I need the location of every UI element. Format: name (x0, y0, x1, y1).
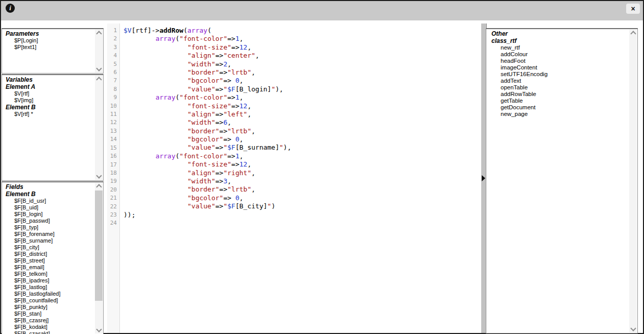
method-item[interactable]: openTable (486, 84, 629, 91)
field-item[interactable]: $F[B_countfailed] (2, 297, 94, 304)
method-item[interactable]: getTable (486, 98, 629, 104)
scroll-up-icon[interactable] (629, 30, 637, 37)
field-item[interactable]: $F[B_login] (2, 211, 94, 218)
code-token-s: "align" (187, 110, 215, 118)
variable-item[interactable]: $V[rtf] * (2, 111, 94, 117)
line-number: 14 (107, 135, 119, 144)
code-token-n: 12 (239, 160, 247, 168)
field-item[interactable]: $F[B_lastlog] (2, 284, 94, 291)
code-area[interactable]: $V[rtf]->addRow(array( array("font-color… (120, 23, 481, 333)
parameter-item[interactable]: $P[Login] (2, 37, 94, 44)
parameter-item[interactable]: $P[text1] (2, 44, 94, 51)
field-item[interactable]: $F[B_czasakt] (2, 330, 94, 334)
scroll-down-icon[interactable] (629, 325, 637, 332)
line-number: 9 (107, 93, 119, 102)
method-item[interactable]: new_rtf (486, 44, 629, 51)
method-item[interactable]: new_page (486, 111, 629, 117)
field-item[interactable]: $F[B_czasrej] (2, 317, 94, 324)
scroll-up-icon[interactable] (95, 76, 103, 83)
fields-list-container: Fields Element B$F[B_id_usr]$F[B_uid]$F[… (2, 182, 94, 334)
code-token-n: 12 (239, 102, 247, 110)
variable-item[interactable]: $V[rtf] (2, 90, 94, 97)
code-token-p: => (215, 177, 224, 185)
method-item[interactable]: headFoot (486, 58, 629, 64)
close-button[interactable]: × (626, 4, 640, 14)
code-token-p: , (251, 169, 255, 177)
code-line: "border"=>"lrtb", (123, 185, 481, 194)
code-token-s: "center" (224, 52, 256, 59)
code-token-k: array (156, 93, 176, 101)
code-line: "align"=>"right", (123, 169, 481, 177)
method-item[interactable]: addText (486, 78, 629, 84)
code-token-p: => (215, 118, 224, 126)
code-token-p: , (228, 60, 232, 68)
code-line: "bgcolor"=> 0, (123, 77, 481, 85)
fields-scrollbar[interactable] (95, 183, 103, 333)
library-scrollbar[interactable] (629, 30, 637, 332)
field-item[interactable]: $F[B_stan] (2, 311, 94, 317)
field-item[interactable]: $F[B_punkty] (2, 304, 94, 311)
method-item[interactable]: getDocument (486, 104, 629, 111)
variable-item[interactable]: $V[img] (2, 97, 94, 104)
method-item[interactable]: addRowTable (486, 91, 629, 98)
method-item[interactable]: setUTF16Encodig (486, 71, 629, 78)
code-token-p: => (228, 152, 236, 160)
parameters-scrollbar[interactable] (95, 30, 103, 73)
group-label: Element A (2, 83, 94, 90)
code-token-v: $F (228, 202, 236, 210)
code-token-p: ( (176, 35, 180, 42)
field-item[interactable]: $F[B_ipadres] (2, 277, 94, 284)
code-line: "width"=>2, (123, 60, 481, 68)
code-token-p: => (219, 127, 228, 135)
code-token-n: 3 (224, 177, 228, 185)
code-token-p: => (228, 93, 236, 101)
code-line (123, 219, 481, 227)
field-item[interactable]: $F[B_kodakt] (2, 324, 94, 330)
field-item[interactable]: $F[B_uid] (2, 204, 94, 211)
collapse-right-icon[interactable] (482, 175, 485, 181)
code-token-p (123, 135, 187, 143)
code-line: "value"=>"$F[B_city]") (123, 202, 481, 210)
field-item[interactable]: $F[B_typ] (2, 224, 94, 231)
code-token-s: "bgcolor" (187, 135, 223, 143)
method-item[interactable]: addColour (486, 51, 629, 58)
field-item[interactable]: $F[B_lastlogfailed] (2, 291, 94, 297)
code-token-n: 1 (235, 152, 239, 160)
field-item[interactable]: $F[B_street] (2, 257, 94, 264)
code-token-p: , (239, 93, 243, 101)
field-item[interactable]: $F[B_surname] (2, 237, 94, 244)
code-token-p: => (215, 169, 224, 177)
field-item[interactable]: $F[B_telkom] (2, 271, 94, 277)
field-item[interactable]: $F[B_id_usr] (2, 198, 94, 204)
code-token-p (123, 118, 187, 126)
line-number: 3 (107, 43, 119, 52)
code-token-p: => (215, 60, 224, 68)
info-icon[interactable]: i (6, 4, 15, 13)
scroll-down-icon[interactable] (95, 65, 103, 73)
method-item[interactable]: imageContent (486, 64, 629, 71)
field-item[interactable]: $F[B_city] (2, 244, 94, 251)
code-token-s: "right" (224, 169, 252, 177)
code-token-p (123, 60, 187, 68)
code-token-p (123, 68, 187, 76)
scroll-down-icon[interactable] (95, 326, 103, 333)
scroll-up-icon[interactable] (95, 183, 103, 190)
scroll-down-icon[interactable] (95, 173, 103, 180)
field-item[interactable]: $F[B_passwd] (2, 218, 94, 224)
field-item[interactable]: $F[B_email] (2, 264, 94, 271)
field-item[interactable]: $F[B_forename] (2, 231, 94, 237)
field-item[interactable]: $F[B_district] (2, 251, 94, 257)
code-token-p (123, 35, 156, 42)
scrollbar-thumb[interactable] (95, 190, 103, 301)
code-token-s: " (224, 144, 228, 151)
code-token-p: , (228, 118, 232, 126)
variables-scrollbar[interactable] (95, 76, 103, 180)
code-editor[interactable]: 123456789101112131415161718192021222324 … (107, 23, 481, 333)
code-token-s: "font-color" (180, 93, 228, 101)
code-token-p (123, 144, 187, 151)
fields-panel: Fields Element B$F[B_id_usr]$F[B_uid]$F[… (2, 181, 104, 334)
code-token-p: , (255, 52, 259, 59)
code-line: array("font-color"=>1, (123, 152, 481, 160)
scroll-up-icon[interactable] (95, 30, 103, 37)
expression-editor-window: i × Parameters $P[Login]$P[text1] Variab… (0, 0, 644, 334)
